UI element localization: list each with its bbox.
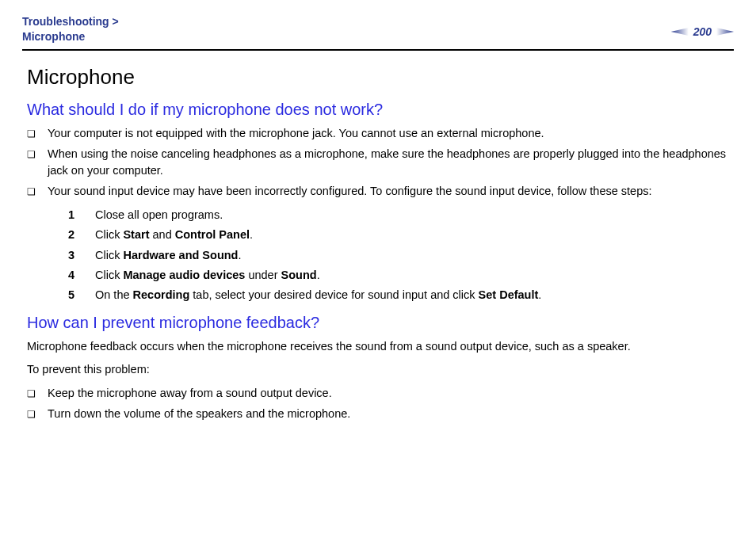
- page-number: 200: [693, 25, 712, 38]
- breadcrumb: Troubleshooting > Microphone: [22, 14, 119, 44]
- next-page-arrow-icon[interactable]: [716, 28, 734, 36]
- step-item: 5On the Recording tab, select your desir…: [68, 285, 734, 305]
- step-item: 2Click Start and Control Panel.: [68, 225, 734, 245]
- page-header: Troubleshooting > Microphone 200: [22, 14, 734, 44]
- step-text: Click Start and Control Panel.: [95, 225, 253, 245]
- bullet-text: Your sound input device may have been in…: [48, 183, 734, 200]
- step-number: 4: [68, 265, 79, 285]
- step-number: 2: [68, 225, 79, 245]
- step-item: 1Close all open programs.: [68, 205, 734, 225]
- bullet-list: Keep the microphone away from a sound ou…: [27, 385, 734, 423]
- section-heading: What should I do if my microphone does n…: [27, 101, 734, 119]
- bullet-text: Turn down the volume of the speakers and…: [48, 406, 734, 423]
- bullet-text: When using the noise canceling headphone…: [48, 146, 734, 181]
- page-title: Microphone: [27, 65, 734, 90]
- section-heading: How can I prevent microphone feedback?: [27, 314, 734, 332]
- list-item: Keep the microphone away from a sound ou…: [27, 385, 734, 402]
- list-item: When using the noise canceling headphone…: [27, 146, 734, 181]
- page-content: Microphone What should I do if my microp…: [22, 65, 734, 423]
- step-text: Click Manage audio devices under Sound.: [95, 265, 320, 285]
- step-item: 4Click Manage audio devices under Sound.: [68, 265, 734, 285]
- step-number: 5: [68, 285, 79, 305]
- breadcrumb-top: Troubleshooting >: [22, 14, 119, 29]
- list-item: Turn down the volume of the speakers and…: [27, 406, 734, 423]
- step-text: Close all open programs.: [95, 205, 223, 225]
- numbered-steps: 1Close all open programs. 2Click Start a…: [27, 205, 734, 306]
- bullet-text: Keep the microphone away from a sound ou…: [48, 385, 734, 402]
- step-number: 3: [68, 246, 79, 265]
- paragraph: Microphone feedback occurs when the micr…: [27, 338, 734, 356]
- bullet-text: Your computer is not equipped with the m…: [48, 125, 734, 143]
- square-bullet-icon: [27, 146, 35, 181]
- square-bullet-icon: [27, 183, 35, 200]
- step-text: Click Hardware and Sound.: [95, 246, 242, 265]
- list-item: Your sound input device may have been in…: [27, 183, 734, 200]
- step-text: On the Recording tab, select your desire…: [95, 285, 541, 305]
- square-bullet-icon: [27, 385, 35, 402]
- step-item: 3Click Hardware and Sound.: [68, 246, 734, 265]
- breadcrumb-sub: Microphone: [22, 29, 119, 44]
- square-bullet-icon: [27, 406, 35, 423]
- bullet-list: Your computer is not equipped with the m…: [27, 125, 734, 200]
- paragraph: To prevent this problem:: [27, 361, 734, 379]
- prev-page-arrow-icon[interactable]: [671, 28, 689, 36]
- page-number-nav: 200: [671, 25, 734, 38]
- step-number: 1: [68, 205, 79, 225]
- square-bullet-icon: [27, 125, 35, 143]
- header-divider: [22, 49, 734, 51]
- list-item: Your computer is not equipped with the m…: [27, 125, 734, 143]
